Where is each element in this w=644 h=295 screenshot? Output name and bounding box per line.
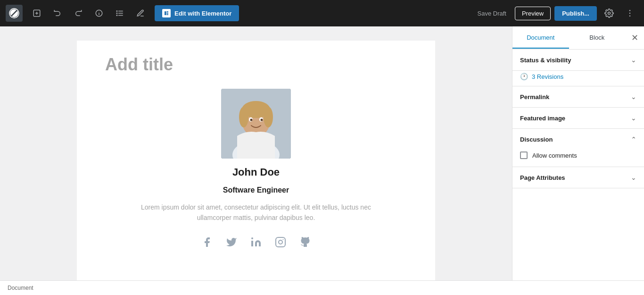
publish-button[interactable]: Publish... bbox=[554, 6, 597, 21]
section-discussion-title: Discussion bbox=[520, 136, 553, 143]
edit-with-elementor-button[interactable]: Edit with Elementor bbox=[155, 5, 239, 21]
section-discussion-header[interactable]: Discussion ⌄ bbox=[512, 129, 644, 150]
svg-point-27 bbox=[239, 107, 248, 127]
svg-rect-16 bbox=[167, 14, 169, 15]
section-status-visibility-chevron: ⌄ bbox=[631, 56, 636, 64]
section-discussion: Discussion ⌄ Allow comments bbox=[512, 129, 644, 167]
section-page-attributes-header[interactable]: Page Attributes ⌄ bbox=[512, 167, 644, 188]
sidebar-close-button[interactable]: ✕ bbox=[625, 26, 644, 49]
svg-point-28 bbox=[264, 107, 273, 127]
redo-button[interactable] bbox=[70, 5, 87, 22]
svg-point-36 bbox=[283, 239, 284, 240]
more-options-button[interactable] bbox=[621, 5, 638, 22]
section-permalink: Permalink ⌄ bbox=[512, 86, 644, 108]
wp-logo-button[interactable] bbox=[6, 5, 23, 22]
social-icons bbox=[199, 235, 313, 250]
section-status-visibility: Status & visibility ⌄ bbox=[512, 50, 644, 71]
svg-point-20 bbox=[629, 16, 631, 17]
svg-point-10 bbox=[116, 11, 117, 12]
instagram-icon[interactable] bbox=[273, 235, 288, 250]
revisions-row: 🕐 3 Revisions bbox=[512, 71, 644, 86]
section-permalink-title: Permalink bbox=[520, 93, 549, 101]
main-layout: Add title bbox=[0, 26, 644, 295]
svg-point-19 bbox=[629, 13, 631, 14]
svg-point-18 bbox=[629, 10, 631, 11]
page-title[interactable]: Add title bbox=[105, 55, 407, 75]
info-button[interactable] bbox=[91, 5, 107, 22]
sidebar-header: Document Block ✕ bbox=[512, 26, 644, 50]
allow-comments-label: Allow comments bbox=[532, 152, 577, 159]
svg-point-12 bbox=[116, 15, 117, 16]
revisions-clock-icon: 🕐 bbox=[520, 73, 528, 80]
svg-point-31 bbox=[250, 119, 253, 121]
profile-section: John Doe Software Engineer Lorem ipsum d… bbox=[105, 89, 407, 250]
section-featured-image-header[interactable]: Featured image ⌄ bbox=[512, 108, 644, 128]
profile-image bbox=[221, 89, 291, 159]
allow-comments-row: Allow comments bbox=[512, 150, 644, 167]
status-bar-text: Document bbox=[8, 285, 33, 291]
profile-name: John Doe bbox=[232, 166, 280, 178]
toolbar-right: Save Draft Preview Publish... bbox=[473, 5, 638, 22]
svg-point-32 bbox=[261, 119, 263, 121]
linkedin-icon[interactable] bbox=[248, 235, 264, 250]
section-permalink-header[interactable]: Permalink ⌄ bbox=[512, 86, 644, 107]
settings-button[interactable] bbox=[601, 5, 618, 22]
allow-comments-checkbox[interactable] bbox=[520, 152, 528, 159]
sidebar: Document Block ✕ Status & visibility ⌄ 🕐… bbox=[512, 26, 644, 295]
section-page-attributes-title: Page Attributes bbox=[520, 174, 565, 181]
status-bar: Document bbox=[0, 280, 644, 295]
preview-button[interactable]: Preview bbox=[515, 7, 551, 20]
section-featured-image: Featured image ⌄ bbox=[512, 108, 644, 129]
svg-rect-14 bbox=[167, 11, 169, 12]
svg-rect-13 bbox=[165, 11, 166, 15]
list-view-button[interactable] bbox=[111, 5, 128, 22]
tab-block[interactable]: Block bbox=[569, 27, 626, 49]
section-status-visibility-title: Status & visibility bbox=[520, 57, 571, 64]
section-permalink-chevron: ⌄ bbox=[631, 93, 636, 101]
svg-rect-34 bbox=[276, 237, 285, 247]
tools-button[interactable] bbox=[132, 5, 149, 22]
profile-bio: Lorem ipsum dolor sit amet, consectetur … bbox=[133, 202, 379, 223]
profile-job-title: Software Engineer bbox=[223, 186, 289, 194]
github-icon[interactable] bbox=[297, 235, 313, 250]
section-featured-image-chevron: ⌄ bbox=[631, 114, 636, 122]
save-draft-button[interactable]: Save Draft bbox=[473, 7, 511, 20]
page-content: Add title bbox=[77, 41, 435, 286]
revisions-link[interactable]: 3 Revisions bbox=[532, 73, 563, 80]
section-page-attributes-chevron: ⌄ bbox=[631, 174, 636, 181]
add-block-button[interactable] bbox=[28, 5, 45, 22]
facebook-icon[interactable] bbox=[199, 235, 215, 250]
svg-rect-15 bbox=[167, 13, 169, 14]
tab-document[interactable]: Document bbox=[512, 27, 569, 49]
svg-point-11 bbox=[116, 13, 117, 14]
section-discussion-chevron: ⌄ bbox=[631, 135, 636, 143]
undo-button[interactable] bbox=[49, 5, 66, 22]
section-revisions: 🕐 3 Revisions bbox=[512, 71, 644, 86]
section-featured-image-title: Featured image bbox=[520, 115, 565, 122]
section-status-visibility-header[interactable]: Status & visibility ⌄ bbox=[512, 50, 644, 70]
twitter-icon[interactable] bbox=[224, 235, 239, 250]
svg-point-35 bbox=[279, 240, 282, 244]
svg-point-33 bbox=[251, 237, 253, 239]
section-page-attributes: Page Attributes ⌄ bbox=[512, 167, 644, 188]
editor-area: Add title bbox=[0, 26, 512, 295]
toolbar: Edit with Elementor Save Draft Preview P… bbox=[0, 0, 644, 26]
svg-point-17 bbox=[608, 12, 611, 15]
